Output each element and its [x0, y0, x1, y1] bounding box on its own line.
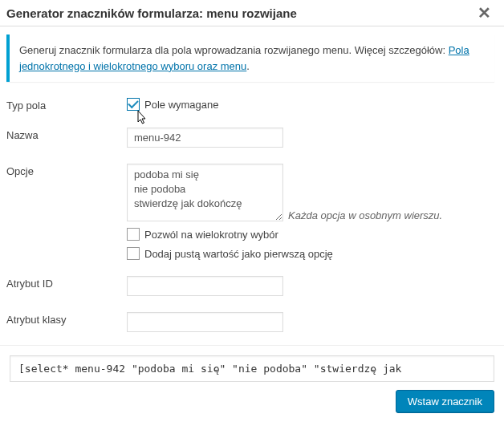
allow-multiple-label: Pozwól na wielokrotny wybór	[144, 229, 278, 241]
label-field-type: Typ pola	[6, 93, 127, 123]
close-icon[interactable]: ✕	[474, 5, 494, 21]
horizontal-scrollbar[interactable]	[0, 421, 504, 434]
class-attr-input[interactable]	[127, 312, 283, 332]
form-scroll-area[interactable]: Generuj znacznik formularza dla pola wpr…	[0, 26, 504, 345]
titlebar: Generator znaczników formularza: menu ro…	[0, 0, 504, 26]
insert-tag-button[interactable]: Wstaw znacznik	[396, 390, 494, 413]
allow-multiple-checkbox[interactable]	[127, 228, 140, 241]
options-textarea[interactable]	[127, 164, 283, 221]
form-table: Typ pola Pole wymagane Nazwa Opcje	[6, 93, 494, 343]
label-class-attr: Atrybut klasy	[6, 307, 127, 343]
blank-first-checkbox[interactable]	[127, 247, 140, 260]
info-text-before: Generuj znacznik formularza dla pola wpr…	[19, 44, 449, 56]
tag-generator-dialog: Generator znaczników formularza: menu ro…	[0, 0, 504, 434]
blank-first-label: Dodaj pustą wartość jako pierwszą opcję	[144, 248, 333, 260]
options-hint: Każda opcja w osobnym wierszu.	[288, 209, 442, 221]
name-input[interactable]	[127, 128, 283, 148]
info-notice: Generuj znacznik formularza dla pola wpr…	[6, 34, 494, 82]
required-label: Pole wymagane	[144, 99, 219, 111]
dialog-title: Generator znaczników formularza: menu ro…	[6, 6, 297, 20]
id-attr-input[interactable]	[127, 276, 283, 296]
label-name: Nazwa	[6, 123, 127, 159]
label-options: Opcje	[6, 159, 127, 271]
required-checkbox[interactable]	[127, 98, 140, 111]
shortcode-output[interactable]	[10, 355, 494, 382]
label-id-attr: Atrybut ID	[6, 271, 127, 307]
footer-section: Wstaw znacznik	[0, 345, 504, 421]
info-text-after: .	[246, 60, 250, 72]
